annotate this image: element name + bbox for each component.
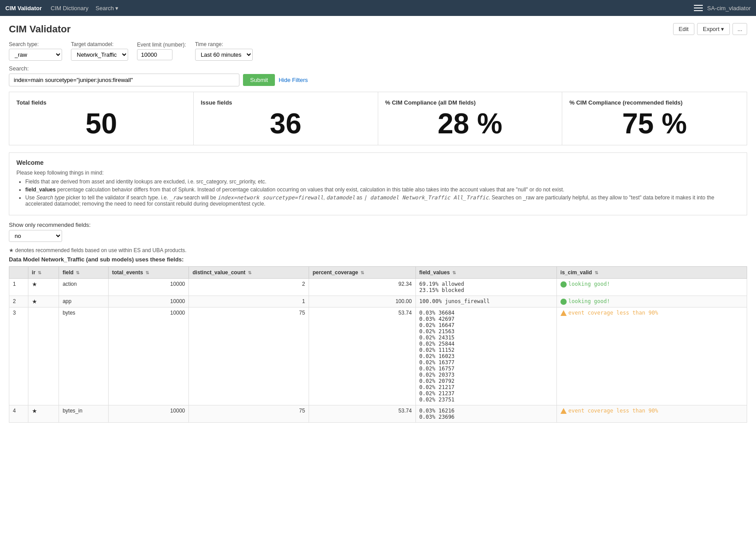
cell-distinct-value-count: 75 [189,405,309,423]
warning-triangle-icon [560,408,567,414]
green-circle-icon [560,281,567,288]
welcome-intro: Please keep following things in mind: [16,170,740,176]
welcome-item-1: field_values percentage calculation beha… [25,187,740,193]
col-percent-coverage[interactable]: percent_coverage ⇅ [309,267,415,279]
table-row: 2★app100001100.00100.00% junos_firewalll… [9,296,747,307]
cell-distinct-value-count: 75 [189,307,309,405]
status-warning: event coverage less than 90% [560,408,743,414]
cell-star [28,307,59,405]
more-button[interactable]: ... [732,23,747,35]
star-icon: ★ [32,408,37,414]
status-text: event coverage less than 90% [568,408,658,414]
search-type-select[interactable]: _raw [9,49,62,61]
hide-filters-button[interactable]: Hide Filters [278,77,308,83]
nav-item-cim-dictionary[interactable]: CIM Dictionary [51,5,88,12]
star-note: ★ denotes recommended fields based on us… [9,247,747,253]
table-row: 3bytes100007553.740.03% 366840.03% 42697… [9,307,747,405]
col-total-events[interactable]: total_events ⇅ [108,267,188,279]
col-is-cim-valid[interactable]: is_cim_valid ⇅ [556,267,747,279]
stat-issue-fields-label: Issue fields [201,99,371,106]
welcome-item-0: Fields that are derived from asset and i… [25,179,740,185]
cell-num: 1 [9,279,28,296]
cell-field-values: 100.00% junos_firewall [415,296,556,307]
filter-row: Search type: _raw Target datamodel: Netw… [9,41,747,61]
status-text: event coverage less than 90% [568,310,658,316]
cell-is-cim-valid: event coverage less than 90% [556,405,747,423]
welcome-section: Welcome Please keep following things in … [9,152,747,215]
table-row: 4★bytes_in100007553.740.03% 162160.03% 2… [9,405,747,423]
event-limit-input[interactable] [137,49,172,60]
cell-field: action [59,279,109,296]
cell-field-values: 0.03% 162160.03% 23696 [415,405,556,423]
col-distinct-value-count[interactable]: distinct_value_count ⇅ [189,267,309,279]
status-text: looking good! [568,281,610,287]
col-ir[interactable]: ir ⇅ [28,267,59,279]
table-header-row: ir ⇅ field ⇅ total_events ⇅ distinct_val… [9,267,747,279]
cell-field-values: 69.19% allowed23.15% blocked [415,279,556,296]
hamburger-icon[interactable] [694,5,703,11]
target-dm-group: Target datamodel: Network_Traffic [71,41,128,61]
cell-distinct-value-count: 2 [189,279,309,296]
nav-user: SA-cim_vladiator [707,5,751,12]
cell-is-cim-valid: looking good! [556,296,747,307]
search-label: Search: [9,65,747,72]
stats-row: Total fields 50 Issue fields 36 % CIM Co… [9,92,747,145]
event-limit-label: Event limit (number): [137,42,186,48]
search-input[interactable] [9,74,239,86]
stat-cim-all-label: % CIM Compliance (all DM fields) [385,99,555,106]
col-num [9,267,28,279]
page-title-row: CIM Validator Edit Export ▾ ... [9,23,747,35]
cell-num: 3 [9,307,28,405]
col-field-values[interactable]: field_values ⇅ [415,267,556,279]
target-dm-label: Target datamodel: [71,41,128,47]
cell-num: 2 [9,296,28,307]
table-row: 1★action10000292.3469.19% allowed23.15% … [9,279,747,296]
col-field[interactable]: field ⇅ [59,267,109,279]
cell-total-events: 10000 [108,296,188,307]
show-recommended: Show only recommended fields: no [9,222,747,242]
time-range-label: Time range: [195,41,253,47]
event-limit-group: Event limit (number): [137,42,186,60]
stat-cim-all: % CIM Compliance (all DM fields) 28 % [378,92,563,145]
page-title: CIM Validator [9,23,673,35]
nav-item-search[interactable]: Search ▾ [96,5,119,12]
nav-right: SA-cim_vladiator [694,5,751,12]
submit-button[interactable]: Submit [243,74,275,86]
nav-brand: CIM Validator [5,5,42,12]
cell-total-events: 10000 [108,405,188,423]
cell-num: 4 [9,405,28,423]
cell-star: ★ [28,279,59,296]
main-content: CIM Validator Edit Export ▾ ... Search t… [0,16,756,541]
stat-cim-all-value: 28 % [385,109,555,138]
status-good: looking good! [560,298,743,305]
cell-percent-coverage: 92.34 [309,279,415,296]
title-actions: Edit Export ▾ ... [673,23,747,35]
cell-percent-coverage: 100.00 [309,296,415,307]
search-input-row: Submit Hide Filters [9,74,747,86]
data-table: ir ⇅ field ⇅ total_events ⇅ distinct_val… [9,266,747,423]
warning-triangle-icon [560,310,567,316]
search-type-label: Search type: [9,41,62,47]
stat-total-fields-value: 50 [16,109,186,138]
time-range-select[interactable]: Last 60 minutes [195,49,253,61]
stat-cim-recommended: % CIM Compliance (recommended fields) 75… [562,92,747,145]
target-dm-select[interactable]: Network_Traffic [71,49,128,61]
time-range-group: Time range: Last 60 minutes [195,41,253,61]
search-type-group: Search type: _raw [9,41,62,61]
stat-cim-recommended-label: % CIM Compliance (recommended fields) [569,99,740,106]
welcome-item-2: Use Search type picker to tell the valid… [25,195,740,207]
cell-percent-coverage: 53.74 [309,307,415,405]
cell-field: app [59,296,109,307]
stat-issue-fields: Issue fields 36 [194,92,378,145]
green-circle-icon [560,299,567,305]
welcome-title: Welcome [16,159,740,166]
edit-button[interactable]: Edit [673,23,694,35]
cell-is-cim-valid: looking good! [556,279,747,296]
cell-percent-coverage: 53.74 [309,405,415,423]
show-recommended-label: Show only recommended fields: [9,222,747,228]
export-button[interactable]: Export ▾ [697,23,730,35]
star-icon: ★ [32,298,37,305]
status-warning: event coverage less than 90% [560,310,743,316]
recommended-select[interactable]: no [9,230,62,242]
cell-field-values: 0.03% 366840.03% 426970.02% 166470.02% 2… [415,307,556,405]
